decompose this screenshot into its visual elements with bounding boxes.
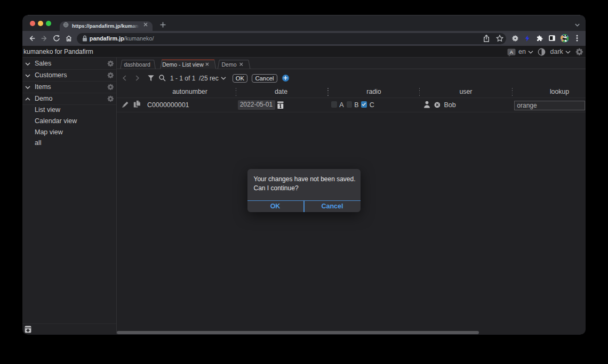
svg-text:Demo - List view: Demo - List view [162,61,204,68]
svg-text:Demo: Demo [221,61,236,68]
svg-text:dashboard: dashboard [124,61,150,68]
svg-text:A: A [510,49,514,55]
